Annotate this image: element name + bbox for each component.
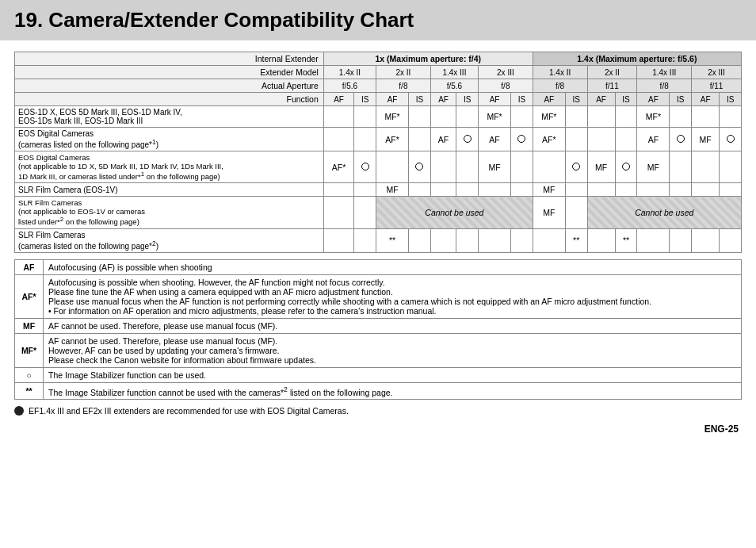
func-is-7: IS bbox=[670, 93, 692, 106]
func-is-3: IS bbox=[456, 93, 479, 106]
func-af-5: AF bbox=[533, 93, 565, 106]
camera-label-3: EOS Digital Cameras(not applicable to 1D… bbox=[15, 151, 324, 183]
cell-3-11: MF bbox=[587, 151, 615, 183]
cell-2-15: MF bbox=[692, 128, 720, 151]
cell-2-12 bbox=[615, 128, 637, 151]
cell-2-14 bbox=[670, 128, 692, 151]
cell-2-11 bbox=[587, 128, 615, 151]
aperture-f8-2: f/8 bbox=[479, 79, 533, 93]
func-af-6: AF bbox=[587, 93, 615, 106]
cell-4-7 bbox=[479, 183, 511, 197]
cell-4-3: MF bbox=[376, 183, 409, 197]
cell-6-12: ** bbox=[615, 228, 637, 252]
model-2x3-14x: 2x III bbox=[692, 66, 742, 79]
legend-desc-mf: AF cannot be used. Therefore, please use… bbox=[44, 318, 742, 333]
aperture-f8-3: f/8 bbox=[533, 79, 587, 93]
cell-2-13: AF bbox=[637, 128, 670, 151]
cell-2-9: AF* bbox=[533, 128, 565, 151]
camera-row-5: SLR Film Cameras(not applicable to EOS-1… bbox=[15, 197, 742, 228]
cell-6-2 bbox=[354, 228, 376, 252]
extender-model-label: Extender Model bbox=[15, 66, 324, 79]
cell-2-1 bbox=[323, 128, 354, 151]
cannot-be-used-1x: Cannot be used bbox=[376, 197, 533, 228]
model-14x2-14x: 1.4x II bbox=[533, 66, 587, 79]
cell-2-7: AF bbox=[479, 128, 511, 151]
cell-6-11 bbox=[587, 228, 615, 252]
cell-4-15 bbox=[692, 183, 720, 197]
cell-1-12 bbox=[615, 106, 637, 128]
camera-label-6: SLR Film Cameras(cameras listed on the f… bbox=[15, 228, 324, 252]
main-content: Internal Extender 1x (Maximum aperture: … bbox=[0, 52, 756, 435]
aperture-f56-1: f/5.6 bbox=[323, 79, 376, 93]
func-is-5: IS bbox=[565, 93, 587, 106]
func-af-1: AF bbox=[323, 93, 354, 106]
cell-6-1 bbox=[323, 228, 354, 252]
func-is-8: IS bbox=[720, 93, 742, 106]
title-bar: 19. Camera/Extender Compatibility Chart bbox=[0, 0, 756, 40]
func-af-3: AF bbox=[430, 93, 456, 106]
cell-3-8 bbox=[511, 151, 533, 183]
cell-5-1 bbox=[323, 197, 354, 228]
cell-2-3: AF* bbox=[376, 128, 409, 151]
model-2x3-1x: 2x III bbox=[479, 66, 533, 79]
camera-label-1: EOS-1D X, EOS 5D Mark III, EOS-1D Mark I… bbox=[15, 106, 324, 128]
aperture-f11-2: f/11 bbox=[692, 79, 742, 93]
camera-row-2: EOS Digital Cameras(cameras listed on th… bbox=[15, 128, 742, 151]
cell-1-14 bbox=[670, 106, 692, 128]
cell-3-13: MF bbox=[637, 151, 670, 183]
camera-row-1: EOS-1D X, EOS 5D Mark III, EOS-1D Mark I… bbox=[15, 106, 742, 128]
cell-3-6 bbox=[456, 151, 479, 183]
footnote-text: EF1.4x III and EF2x III extenders are re… bbox=[29, 406, 349, 416]
cell-6-6 bbox=[456, 228, 479, 252]
cell-3-9 bbox=[533, 151, 565, 183]
cell-6-7 bbox=[479, 228, 511, 252]
func-af-4: AF bbox=[479, 93, 511, 106]
cell-3-15 bbox=[692, 151, 720, 183]
cell-1-11 bbox=[587, 106, 615, 128]
header-row-2: Extender Model 1.4x II 2x II 1.4x III 2x… bbox=[15, 66, 742, 79]
circle-3-4 bbox=[415, 163, 423, 171]
cell-5-9: MF bbox=[533, 197, 565, 228]
func-is-2: IS bbox=[409, 93, 431, 106]
cell-4-13 bbox=[637, 183, 670, 197]
cell-2-6 bbox=[456, 128, 479, 151]
header-row-3: Actual Aperture f/5.6 f/8 f/5.6 f/8 f/8 … bbox=[15, 79, 742, 93]
circle-2-14 bbox=[677, 135, 685, 143]
cell-3-1: AF* bbox=[323, 151, 354, 183]
cell-2-10 bbox=[565, 128, 587, 151]
func-af-2: AF bbox=[376, 93, 409, 106]
cell-2-2 bbox=[354, 128, 376, 151]
cell-6-16 bbox=[720, 228, 742, 252]
camera-label-4: SLR Film Camera (EOS-1V) bbox=[15, 183, 324, 197]
cell-3-5 bbox=[430, 151, 456, 183]
header-row-1: Internal Extender 1x (Maximum aperture: … bbox=[15, 52, 742, 66]
cell-4-1 bbox=[323, 183, 354, 197]
cell-2-16 bbox=[720, 128, 742, 151]
func-is-6: IS bbox=[615, 93, 637, 106]
cell-4-2 bbox=[354, 183, 376, 197]
page-number: ENG-25 bbox=[14, 423, 742, 435]
legend-row-mf: MF AF cannot be used. Therefore, please … bbox=[15, 318, 742, 333]
cell-6-4 bbox=[409, 228, 431, 252]
header-row-4: Function AF IS AF IS AF IS AF IS AF IS A… bbox=[15, 93, 742, 106]
legend-row-circle: ○ The Image Stabilizer function can be u… bbox=[15, 367, 742, 382]
cell-1-3: MF* bbox=[376, 106, 409, 128]
circle-3-12 bbox=[622, 163, 630, 171]
func-is-1: IS bbox=[354, 93, 376, 106]
internal-extender-label: Internal Extender bbox=[15, 52, 324, 66]
legend-row-mfstar: MF* AF cannot be used. Therefore, please… bbox=[15, 333, 742, 367]
cell-1-13: MF* bbox=[637, 106, 670, 128]
cell-1-4 bbox=[409, 106, 431, 128]
cell-1-2 bbox=[354, 106, 376, 128]
func-af-8: AF bbox=[692, 93, 720, 106]
cell-4-16 bbox=[720, 183, 742, 197]
camera-label-2: EOS Digital Cameras(cameras listed on th… bbox=[15, 128, 324, 151]
aperture-f56-2: f/5.6 bbox=[430, 79, 478, 93]
legend-row-afstar: AF* Autofocusing is possible when shooti… bbox=[15, 274, 742, 318]
model-14x3-14x: 1.4x III bbox=[637, 66, 692, 79]
legend-symbol-mfstar: MF* bbox=[15, 333, 44, 367]
cell-4-14 bbox=[670, 183, 692, 197]
legend-desc-circle: The Image Stabilizer function can be use… bbox=[44, 367, 742, 382]
cell-3-10 bbox=[565, 151, 587, 183]
cell-1-7: MF* bbox=[479, 106, 511, 128]
